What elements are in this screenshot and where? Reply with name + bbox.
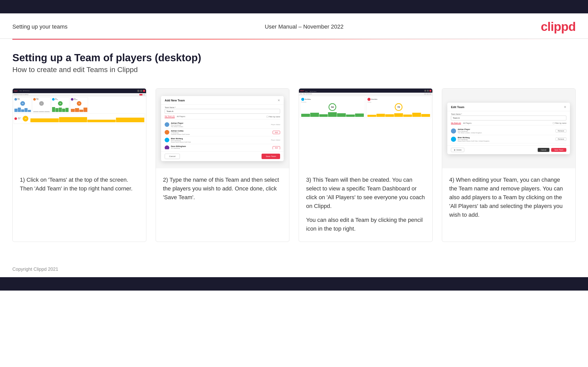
edlg-pinfo-2: Blair McHarg Plus Handicap Royal North D… (458, 136, 554, 142)
save-team-button[interactable]: Save Team (262, 154, 280, 159)
db-icon1 (137, 90, 139, 92)
db-content: AdrianCollins 84 (13, 96, 146, 125)
edlg-filter-label: Filter by name (555, 122, 566, 124)
avatar-5 (14, 117, 17, 120)
tab-my-team[interactable]: My Team (2) (165, 115, 175, 118)
edlg-pinfo-1: Adrian Player Plus Handicap The Shire Lo… (458, 128, 554, 134)
tdm-icon3 (430, 90, 431, 92)
card-3-text: 3) This Team will then be created. You c… (299, 168, 432, 242)
edit-save-team-button[interactable]: Save Team (551, 148, 566, 152)
delete-button[interactable]: 🗑 Delete (451, 148, 464, 152)
add-team-dialog: Add New Team ✕ Team Name * Team A My Tea… (161, 96, 284, 161)
remove-player-btn-2[interactable]: Remove (556, 137, 566, 141)
remove-player-btn-1[interactable]: Remove (556, 129, 566, 133)
edlg-title: Edit Team (451, 106, 464, 109)
edlg-avatar-2 (451, 137, 456, 142)
edlg-close-icon[interactable]: ✕ (564, 105, 566, 109)
edit-cancel-button[interactable]: Cancel (537, 148, 550, 152)
avatar-4 (71, 98, 73, 101)
filter-checkbox[interactable] (266, 116, 268, 118)
header-title: User Manual – November 2022 (265, 23, 343, 30)
tdm-content: Blair McHarg Plus Handicap 94 (299, 95, 432, 119)
card-3: clippd Home My Performance Teams (299, 88, 433, 242)
player-card-3: BlairMcHarg 94 (51, 97, 69, 113)
edlg-tab-all-players[interactable]: All Players (463, 122, 472, 124)
player-list: Adrian Player Plus Handicap The Shire Lo… (165, 121, 280, 149)
card-1: clippd Home My Performance Showing 4 out (12, 88, 146, 242)
header-section: Setting up your teams (12, 23, 68, 30)
add-player-btn-2[interactable]: Add (273, 131, 280, 134)
tdm-topbar: clippd Home My Performance (299, 89, 432, 93)
card-2-screenshot: Add New Team ✕ Team Name * Team A My Tea… (156, 89, 289, 168)
tdm-toolbar: Teams Players My Performance (299, 93, 432, 95)
add-player-btn-4[interactable]: Add (273, 146, 280, 149)
edit-team-name-label: Team Name * (451, 113, 566, 115)
player-card-4: DaveBillingham 78 (70, 97, 88, 113)
tdm-nav: Home My Performance (305, 89, 317, 93)
dashboard-mock: clippd Home My Performance Showing 4 out (13, 89, 146, 168)
cancel-button[interactable]: Cancel (165, 154, 180, 159)
db-logo: clippd (14, 90, 18, 92)
player-info-1: Adrian Player Plus Handicap The Shire Lo… (171, 122, 269, 127)
player-avatar-3 (165, 138, 169, 142)
card-4-description: 4) When editing your Team, you can chang… (449, 176, 568, 219)
tdm-chart-2 (367, 112, 430, 117)
dlg-body: Team Name * Team A My Team (2) All Playe… (161, 104, 284, 151)
player-row-3: Blair McHarg Plus Handicap Royal North D… (165, 136, 280, 144)
edlg-tabs: My Team (2) All Players Filter by name (451, 122, 566, 125)
player-row-1: Adrian Player Plus Handicap The Shire Lo… (165, 121, 280, 129)
filter-label: Filter by name (269, 116, 280, 118)
card-3-description-1: 3) This Team will then be created. You c… (306, 176, 425, 211)
edlg-filter: Filter by name (553, 122, 566, 124)
trash-icon: 🗑 (454, 149, 456, 151)
edlg-avatar-1 (451, 128, 456, 134)
dlg-header: Add New Team ✕ (161, 96, 284, 104)
player-avatar-1 (165, 122, 169, 127)
tdm-player-2: Richard Butler 3 Handicap 72 (366, 97, 431, 118)
edit-team-dialog: Edit Team ✕ Team Name * Team A My Team (… (447, 103, 570, 154)
header: Setting up your teams User Manual – Nove… (0, 13, 588, 39)
player-row-4: Dave Billingham 3.5 Handicap The Gog Mag… (165, 144, 280, 149)
player-info-4: Dave Billingham 3.5 Handicap The Gog Mag… (171, 145, 271, 149)
tdm-icon2 (427, 90, 429, 92)
player-info-2: Adrian Coliba 1 Handicap Central London … (171, 130, 271, 135)
card-1-screenshot: clippd Home My Performance Showing 4 out (13, 89, 146, 168)
edit-team-name-input[interactable]: Team A (451, 116, 566, 120)
edlg-tab-my-team[interactable]: My Team (2) (451, 122, 461, 124)
tdm-pencil-icon (429, 93, 431, 95)
db-topbar: clippd Home My Performance (13, 89, 146, 93)
player-status-1: Player Added (271, 124, 280, 125)
player-avatar-2 (165, 130, 169, 135)
team-name-input[interactable]: Team A (165, 109, 280, 114)
team-name-label: Team Name * (165, 107, 280, 108)
dlg-footer: Cancel Save Team (161, 151, 284, 161)
edlg-footer: 🗑 Delete Cancel Save Team (447, 145, 570, 154)
top-bar (0, 0, 588, 13)
dlg-close-icon[interactable]: ✕ (278, 99, 280, 102)
bottom-bar (0, 277, 588, 291)
player-info-3: Blair McHarg Plus Handicap Royal North D… (171, 137, 269, 143)
card-3-description-2: You can also edit a Team by clicking the… (306, 216, 425, 233)
card-4-text: 4) When editing your Team, you can chang… (442, 168, 576, 242)
card-2: Add New Team ✕ Team Name * Team A My Tea… (156, 88, 290, 242)
player-row-2: Adrian Coliba 1 Handicap Central London … (165, 129, 280, 136)
edlg-filter-check[interactable] (553, 122, 555, 124)
card-2-text: 2) Type the name of this Team and then s… (156, 168, 289, 242)
tdm-chart-1 (301, 112, 364, 117)
add-team-btn (139, 94, 142, 95)
page-subtitle: How to create and edit Teams in Clippd (12, 66, 576, 74)
tdm-avatar-2 (367, 98, 371, 101)
footer: Copyright Clippd 2021 (0, 265, 588, 277)
cards-grid: clippd Home My Performance Showing 4 out (12, 88, 576, 242)
edlg-body: Team Name * Team A My Team (2) All Playe… (447, 111, 570, 145)
tdm-btn1 (424, 93, 426, 95)
dlg-tabs: My Team (2) All Players Filter by name (165, 115, 280, 119)
player-status-3: Player Added (271, 139, 280, 141)
dlg-title: Add New Team (165, 99, 185, 102)
team-dashboard-mock: clippd Home My Performance Teams (299, 89, 432, 168)
player-card-2: AdrianColiba 0 (32, 97, 51, 113)
card-4-screenshot: Edit Team ✕ Team Name * Team A My Team (… (442, 89, 576, 168)
tdm-player-1: Blair McHarg Plus Handicap 94 (300, 97, 365, 118)
tab-all-players[interactable]: All Players (177, 116, 185, 118)
tdm-icon1 (424, 90, 426, 92)
